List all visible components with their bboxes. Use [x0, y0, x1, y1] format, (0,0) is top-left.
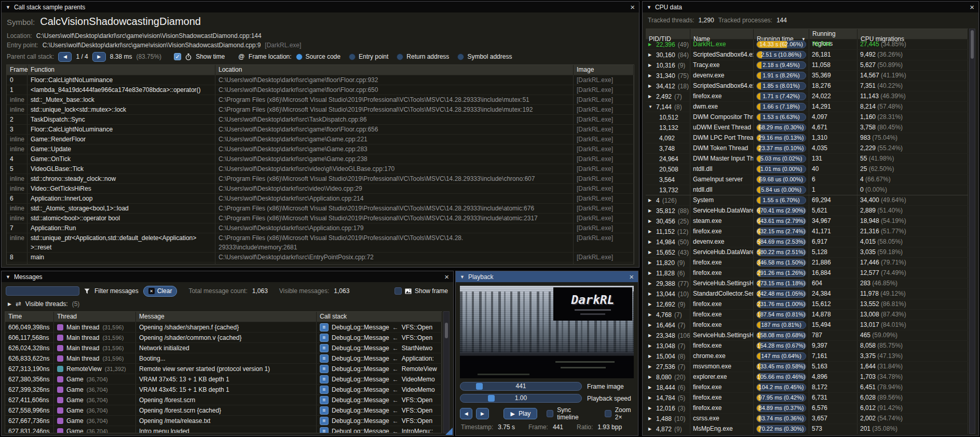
process-row[interactable]: ▶35,812(88)ServiceHub.DataWarehou670.41 … [646, 205, 968, 216]
close-icon[interactable]: × [630, 3, 635, 11]
process-row[interactable]: ▶4,872(9)MsMpEng.exe70.22 ms (0.30%)5732… [646, 423, 968, 434]
process-row[interactable]: ▶22,396(49)DarkRL.exe14.33 s (62.06%)78,… [646, 39, 968, 49]
process-row[interactable]: 24,964DWM Master Input Threa5.03 ms (0.0… [646, 153, 968, 164]
table-row[interactable]: 0Floor::CalcLightNoLuminanceC:\Users\wol… [7, 75, 634, 85]
process-row[interactable]: 20,508ntdll.dll1.01 ms (0.00%)4025 (62.5… [646, 164, 968, 174]
visible-threads-row[interactable]: ▶ ⇄ Visible threads: (5) [8, 300, 79, 308]
frame-image-slider[interactable]: 441 [460, 382, 582, 391]
expand-arrow-icon[interactable]: ▶ [648, 196, 654, 205]
message-row[interactable]: 626,833,622nsMain thread(31,596)Booting.… [5, 353, 442, 363]
expand-arrow-icon[interactable]: ▶ [648, 321, 654, 330]
expand-arrow-icon[interactable]: ▶ [648, 206, 654, 216]
step-forward-button[interactable]: ▶ [476, 408, 488, 419]
process-row[interactable]: ▶11,152(12)firefox.exe632.15 ms (2.74%)4… [646, 226, 968, 236]
radio-icon[interactable] [457, 54, 464, 60]
callstack-cell[interactable]: ≡DebugLog::Message←StartNetwo [317, 343, 442, 353]
expand-arrow-icon[interactable]: ▶ [648, 383, 654, 392]
process-row[interactable]: 10,512DWM Compositor Thread1.53 s (6.63%… [646, 112, 968, 122]
callstack-list-icon[interactable]: ≡ [320, 417, 329, 425]
process-row[interactable]: 13,732ntdll.dll5.84 us (0.00%)10 (0.00%) [646, 184, 968, 195]
callstack-list-icon[interactable]: ≡ [320, 334, 329, 342]
scrollbar-thumb[interactable] [971, 30, 974, 59]
playback-speed-slider[interactable]: 1.00 [460, 394, 582, 403]
table-row[interactable]: inlineVideo::GetTicksHiResC:\Users\wolf\… [7, 183, 634, 193]
process-row[interactable]: ▶4(126)System1.55 s (6.70%)69,29434,400 … [646, 195, 968, 205]
radio-icon[interactable] [296, 54, 303, 60]
process-row[interactable]: ▶18,444(6)firefox.exe104.2 ms (0.45%)8,1… [646, 382, 968, 392]
process-row[interactable]: ▶8,080(20)explorer.exe105.66 ms (0.46%)4… [646, 372, 968, 382]
frame-location-radio-entry-point[interactable]: Entry point [349, 53, 388, 60]
message-row[interactable]: 606,049,398nsMain thread(31,596)Opening … [5, 322, 442, 332]
zoom-2x-label[interactable]: Zoom 2× [615, 406, 638, 421]
callstack-list-icon[interactable]: ≡ [320, 427, 329, 434]
expand-arrow-icon[interactable]: ▶ [648, 217, 654, 226]
table-row[interactable]: 1<lambda_84a19dc444fae966ca174e83e708bdc… [7, 85, 634, 95]
process-row[interactable]: ▶16,464(7)firefox.exe187 ms (0.81%)15,49… [646, 320, 968, 330]
process-row[interactable]: ▶11,820(9)firefox.exe346.58 ms (1.50%)21… [646, 257, 968, 268]
message-row[interactable]: 627,667,736nsGame(36,704)Opening /meta/r… [5, 415, 442, 426]
expand-arrow-icon[interactable]: ▶ [648, 362, 654, 372]
expand-arrow-icon[interactable]: ▶ [648, 61, 654, 70]
process-row[interactable]: ▶2,492(7)firefox.exe1.71 s (7.42%)24,022… [646, 91, 968, 101]
expand-arrow-icon[interactable]: ▶ [648, 269, 654, 278]
callstack-list-icon[interactable]: ≡ [320, 406, 329, 415]
column-header-thread[interactable]: Thread [54, 312, 136, 322]
callstack-cell[interactable]: ≡DebugLog::Message←IntroMenu:: [317, 426, 442, 433]
column-header-callstack[interactable]: Call stack [317, 312, 442, 322]
collapse-icon[interactable]: ▼ [647, 5, 651, 10]
zoom-2x-checkbox[interactable] [605, 410, 611, 417]
message-row[interactable]: 627,411,606nsGame(36,704)Opening /forest… [5, 394, 442, 405]
expand-arrow-icon[interactable]: ▶ [648, 331, 654, 340]
process-row[interactable]: ▶29,388(77)ServiceHub.SettingsHost273.15… [646, 278, 968, 288]
table-row[interactable]: 3Floor::CalcLightNoLuminanceC:\Users\wol… [7, 124, 634, 134]
expand-arrow-icon[interactable]: ▶ [648, 300, 654, 309]
frame-location-radio-symbol-address[interactable]: Symbol address [457, 53, 512, 60]
messages-titlebar[interactable]: ▼ Messages × [2, 271, 453, 282]
callstack-list-icon[interactable]: ≡ [320, 354, 329, 363]
expand-arrow-icon[interactable]: ▶ [648, 82, 654, 91]
column-header-location[interactable]: Location [215, 65, 574, 75]
callstack-list-icon[interactable]: ≡ [320, 365, 329, 373]
process-row[interactable]: ▶13,044(10)StandardCollector.Servic242.4… [646, 288, 968, 299]
expand-arrow-icon[interactable]: ▶ [648, 414, 654, 423]
table-row[interactable]: 8mainC:\Users\wolf\Desktop\darkrl\src\En… [7, 252, 634, 262]
expand-arrow-icon[interactable]: ▶ [648, 71, 654, 81]
show-time-checkbox[interactable]: ✓ [174, 53, 181, 60]
process-row[interactable]: ▶34,412(18)ScriptedSandbox64.exe1.85 s (… [646, 81, 968, 91]
table-row[interactable]: inlinestd::atomic<bool>::operator boolC:… [7, 213, 634, 223]
expand-arrow-icon[interactable]: ▶ [648, 237, 654, 247]
frame-location-radio-source-code[interactable]: Source code [296, 53, 341, 60]
table-row[interactable]: 6Application::InnerLoopC:\Users\wolf\Des… [7, 193, 634, 203]
process-row[interactable]: 3,748DWM Token Thread23.37 ms (0.10%)4,0… [646, 143, 968, 153]
expand-arrow-icon[interactable]: ▶ [648, 352, 654, 361]
process-row[interactable]: ▶11,828(6)firefox.exe291.26 ms (1.26%)16… [646, 268, 968, 278]
process-row[interactable]: ▼7,144(8)dwm.exe1.66 s (7.18%)14,2918,21… [646, 101, 968, 112]
callstack-cell[interactable]: ≡DebugLog::Message←VFS::Open [317, 322, 442, 332]
message-row[interactable]: 627,313,190nsRemoteView(31,392)Remote vi… [5, 363, 442, 374]
process-row[interactable]: ▶31,340(75)devenv.exe1.91 s (8.26%)35,36… [646, 70, 968, 81]
resize-grip[interactable] [445, 428, 453, 435]
messages-scrollbar[interactable] [443, 311, 450, 433]
table-row[interactable]: 7Application::RunC:\Users\wolf\Desktop\d… [7, 223, 634, 233]
filter-input[interactable] [6, 286, 79, 296]
scrollbar-thumb[interactable] [445, 323, 448, 338]
process-row[interactable]: ▶14,984(50)devenv.exe584.69 ms (2.53%)6,… [646, 236, 968, 247]
collapse-arrow-icon[interactable]: ▼ [648, 102, 654, 112]
expand-arrow-icon[interactable]: ▶ [648, 289, 654, 299]
table-row[interactable]: inlinestd::unique_lock<std::mutex>::lock… [7, 104, 634, 114]
callstack-cell[interactable]: ≡DebugLog::Message←VideoMemo [317, 374, 442, 384]
callstack-list-icon[interactable]: ≡ [320, 344, 329, 352]
callstack-list-icon[interactable]: ≡ [320, 396, 329, 404]
collapse-icon[interactable]: ▼ [6, 274, 10, 280]
column-header-time[interactable]: Time [5, 312, 54, 322]
frame-location-radio-return-address[interactable]: Return address [397, 53, 449, 60]
close-icon[interactable]: × [444, 273, 449, 281]
close-icon[interactable]: × [970, 3, 974, 11]
prev-callstack-button[interactable]: ◀ [58, 52, 72, 62]
process-row[interactable]: ▶30,456(25)steam.exe643.61 ms (2.79%)34,… [646, 216, 968, 226]
table-row[interactable]: inlinestd::chrono::steady_clock::nowC:\P… [7, 174, 634, 183]
collapse-icon[interactable]: ▼ [6, 5, 10, 10]
column-header-function[interactable]: Function [28, 65, 215, 75]
message-row[interactable]: 627,380,356nsGame(36,704)VRAM 37x45: 13 … [5, 374, 442, 384]
process-row[interactable]: ▶27,536(7)msvsmon.exe133.45 ms (0.58%)5,… [646, 361, 968, 372]
